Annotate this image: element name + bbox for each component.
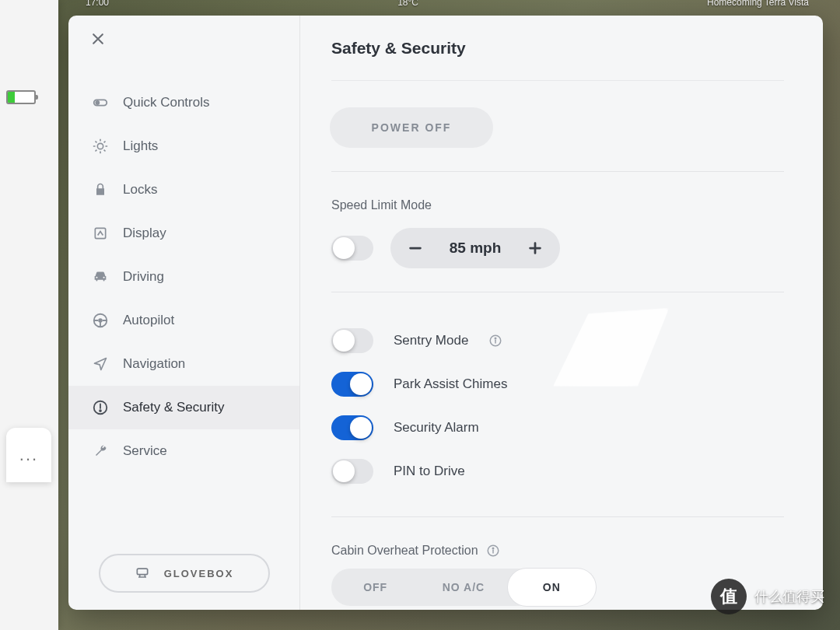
alert-circle-icon xyxy=(92,399,109,416)
sidebar-item-label: Navigation xyxy=(123,356,185,372)
security-alarm-toggle[interactable] xyxy=(331,415,373,440)
battery-icon xyxy=(6,90,36,104)
park-assist-toggle[interactable] xyxy=(331,372,373,397)
lock-icon xyxy=(92,181,109,198)
speed-limit-value: 85 mph xyxy=(442,240,509,257)
watermark: 值 什么值得买 xyxy=(711,579,824,614)
settings-content: Safety & Security POWER OFF Speed Limit … xyxy=(300,16,823,610)
status-bar: 17:00 18°C Homecoming Terra Vista xyxy=(86,0,809,12)
pin-to-drive-row: PIN to Drive xyxy=(331,450,784,493)
sidebar-item-label: Autopilot xyxy=(123,313,174,328)
info-icon[interactable] xyxy=(488,334,502,348)
sentry-mode-row: Sentry Mode xyxy=(331,319,784,362)
glovebox-icon xyxy=(135,565,150,581)
power-section: POWER OFF xyxy=(331,81,784,172)
sidebar-item-label: Service xyxy=(123,443,167,459)
glovebox-button[interactable]: GLOVEBOX xyxy=(99,554,270,593)
status-dest: Homecoming Terra Vista xyxy=(707,0,809,12)
status-time: 17:00 xyxy=(86,0,109,12)
lights-icon xyxy=(92,138,109,155)
sidebar-item-service[interactable]: Service xyxy=(68,429,299,473)
svg-point-2 xyxy=(97,143,103,149)
sidebar-item-label: Driving xyxy=(123,269,164,285)
sidebar-item-label: Lights xyxy=(123,138,158,154)
svg-point-1 xyxy=(96,101,99,104)
close-icon[interactable] xyxy=(90,31,106,47)
sentry-mode-label: Sentry Mode xyxy=(394,333,468,348)
sidebar-item-lights[interactable]: Lights xyxy=(68,124,299,168)
status-temp: 18°C xyxy=(397,0,418,12)
wrench-icon xyxy=(92,443,109,460)
settings-panel: Quick Controls Lights Locks Display Driv… xyxy=(68,16,823,610)
sidebar-item-autopilot[interactable]: Autopilot xyxy=(68,299,299,342)
page-title: Safety & Security xyxy=(331,16,784,81)
more-card[interactable]: ... xyxy=(6,428,51,482)
svg-rect-8 xyxy=(137,569,147,575)
settings-sidebar: Quick Controls Lights Locks Display Driv… xyxy=(68,16,300,610)
quick-controls-icon xyxy=(92,94,109,111)
sentry-mode-toggle[interactable] xyxy=(331,328,373,353)
speed-limit-title: Speed Limit Mode xyxy=(331,198,784,212)
svg-rect-3 xyxy=(95,228,105,238)
sidebar-item-label: Quick Controls xyxy=(123,95,209,110)
glovebox-label: GLOVEBOX xyxy=(164,568,234,579)
sidebar-item-display[interactable]: Display xyxy=(68,212,299,255)
sidebar-item-locks[interactable]: Locks xyxy=(68,168,299,212)
park-assist-label: Park Assist Chimes xyxy=(394,376,507,392)
sidebar-item-label: Safety & Security xyxy=(123,400,224,415)
security-alarm-label: Security Alarm xyxy=(394,420,479,436)
speed-increase-button[interactable] xyxy=(524,237,546,259)
power-off-button[interactable]: POWER OFF xyxy=(330,107,493,148)
toggles-section: Sentry Mode Park Assist Chimes Security … xyxy=(331,292,784,517)
park-assist-row: Park Assist Chimes xyxy=(331,362,784,406)
cabin-overheat-title: Cabin Overheat Protection xyxy=(331,544,478,558)
cabin-overheat-segmented: OFF NO A/C ON xyxy=(331,569,596,606)
speed-limit-section: Speed Limit Mode 85 mph xyxy=(331,172,784,292)
cabin-option-off[interactable]: OFF xyxy=(331,569,419,606)
sidebar-item-driving[interactable]: Driving xyxy=(68,255,299,299)
pin-to-drive-label: PIN to Drive xyxy=(394,464,465,479)
pin-to-drive-toggle[interactable] xyxy=(331,459,373,484)
svg-point-10 xyxy=(495,338,497,339)
info-icon[interactable] xyxy=(486,544,500,558)
watermark-text: 什么值得买 xyxy=(754,587,824,606)
car-icon xyxy=(92,268,109,285)
left-rail: ... xyxy=(0,0,58,630)
display-icon xyxy=(92,225,109,242)
sidebar-item-quick-controls[interactable]: Quick Controls xyxy=(68,81,299,124)
sidebar-item-label: Locks xyxy=(123,182,157,198)
sidebar-item-safety-security[interactable]: Safety & Security xyxy=(68,386,299,429)
cabin-option-on[interactable]: ON xyxy=(508,569,596,606)
svg-point-12 xyxy=(492,548,494,549)
navigation-icon xyxy=(92,355,109,373)
speed-limit-stepper: 85 mph xyxy=(390,228,560,268)
steering-wheel-icon xyxy=(92,312,109,329)
watermark-glyph: 值 xyxy=(711,579,747,614)
cabin-option-no-ac[interactable]: NO A/C xyxy=(419,569,507,606)
security-alarm-row: Security Alarm xyxy=(331,406,784,450)
speed-decrease-button[interactable] xyxy=(404,237,426,259)
sidebar-item-label: Display xyxy=(123,226,166,241)
svg-point-5 xyxy=(99,319,102,322)
speed-limit-toggle[interactable] xyxy=(331,236,373,261)
sidebar-item-navigation[interactable]: Navigation xyxy=(68,342,299,386)
svg-point-7 xyxy=(100,410,101,411)
settings-nav: Quick Controls Lights Locks Display Driv… xyxy=(68,61,299,540)
